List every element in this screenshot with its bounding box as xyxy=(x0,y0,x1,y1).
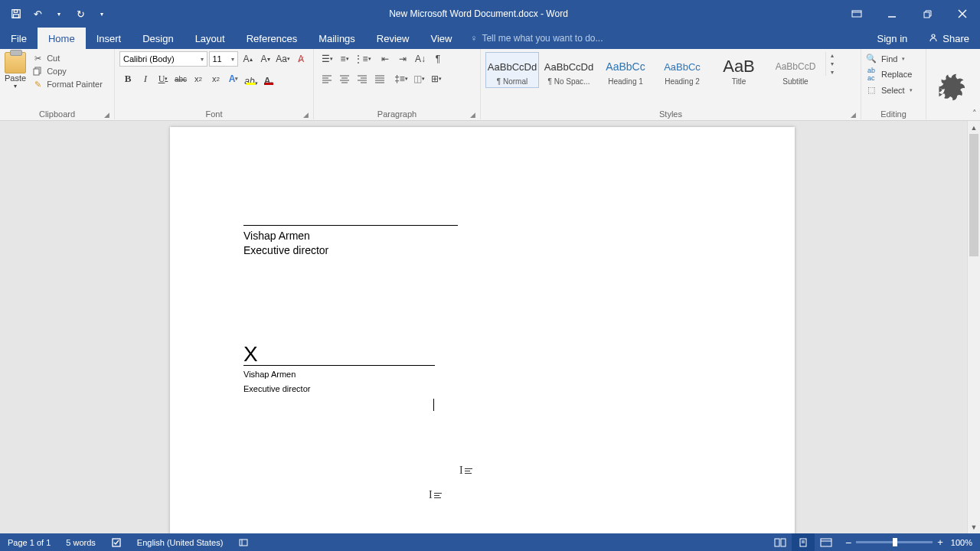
svg-rect-2 xyxy=(14,15,19,18)
cut-label: Cut xyxy=(47,54,60,63)
style-normal[interactable]: AaBbCcDd¶ Normal xyxy=(485,52,539,88)
tab-review[interactable]: Review xyxy=(366,28,420,49)
find-button[interactable]: 🔍Find▾ xyxy=(866,54,905,64)
decrease-indent-button[interactable]: ⇤ xyxy=(377,51,394,67)
line-spacing-button[interactable]: ‡≡▾ xyxy=(393,70,410,87)
tab-view[interactable]: View xyxy=(420,28,462,49)
ribbon-display-icon[interactable] xyxy=(839,0,874,28)
signature-block-2[interactable]: X Vishap Armen Executive director xyxy=(243,342,435,395)
select-button[interactable]: ⬚Select▾ xyxy=(866,85,913,95)
zoom-level[interactable]: 100% xyxy=(951,538,972,547)
svg-rect-36 xyxy=(821,539,831,546)
status-page[interactable]: Page 1 of 1 xyxy=(0,538,58,547)
view-web-layout[interactable] xyxy=(815,533,838,551)
svg-point-9 xyxy=(932,34,935,37)
view-print-layout[interactable] xyxy=(792,533,815,551)
scroll-thumb[interactable] xyxy=(969,134,978,256)
tab-file[interactable]: File xyxy=(0,28,38,49)
clear-formatting-button[interactable]: A̷ xyxy=(292,51,309,67)
share-button[interactable]: Share xyxy=(918,33,980,44)
multilevel-list-button[interactable]: ⋮≡▾ xyxy=(354,51,371,67)
status-language[interactable]: English (United States) xyxy=(129,538,231,547)
status-macro[interactable] xyxy=(230,537,256,548)
zoom-out-button[interactable]: − xyxy=(845,536,851,549)
copy-button[interactable]: Copy xyxy=(32,66,103,77)
window-title: New Microsoft Word Document.docx - Word xyxy=(118,8,839,19)
style-heading1[interactable]: AaBbCcHeading 1 xyxy=(599,52,652,88)
sign-in-button[interactable]: Sign in xyxy=(867,33,919,44)
styles-gallery-more[interactable]: ▴▾▾ xyxy=(825,52,838,76)
tab-layout[interactable]: Layout xyxy=(185,28,236,49)
paragraph-dialog-launcher[interactable]: ◢ xyxy=(470,111,475,119)
tab-references[interactable]: References xyxy=(236,28,308,49)
find-label: Find xyxy=(881,54,897,64)
window-controls xyxy=(839,0,980,28)
tab-design[interactable]: Design xyxy=(132,28,184,49)
align-center-button[interactable] xyxy=(336,70,353,87)
grow-font-button[interactable]: A▴ xyxy=(240,51,256,67)
italic-button[interactable]: I xyxy=(137,70,154,87)
shading-button[interactable]: ◫▾ xyxy=(410,70,427,87)
style-title[interactable]: AaBTitle xyxy=(712,52,766,88)
align-left-button[interactable] xyxy=(318,70,335,87)
view-read-mode[interactable] xyxy=(769,533,792,551)
scroll-up-button[interactable]: ▲ xyxy=(968,121,980,134)
collapse-ribbon-button[interactable]: ˄ xyxy=(972,109,977,119)
format-painter-button[interactable]: ✎Format Painter xyxy=(32,79,103,90)
scroll-down-button[interactable]: ▼ xyxy=(968,520,980,533)
group-font: Calibri (Body)▾ 11▾ A▴ A▾ Aa▾ A̷ B I U▾ … xyxy=(115,49,314,119)
font-color-button[interactable]: A▾ xyxy=(260,70,277,87)
borders-button[interactable]: ⊞▾ xyxy=(428,70,445,87)
status-spellcheck[interactable] xyxy=(103,537,129,548)
svg-rect-32 xyxy=(781,539,786,546)
align-right-button[interactable] xyxy=(354,70,371,87)
page[interactable]: Vishap Armen Executive director X Vishap… xyxy=(170,127,795,533)
tab-mailings[interactable]: Mailings xyxy=(308,28,366,49)
font-dialog-launcher[interactable]: ◢ xyxy=(303,111,309,119)
document-area[interactable]: Vishap Armen Executive director X Vishap… xyxy=(0,121,967,533)
redo-icon[interactable]: ↻ xyxy=(72,5,89,22)
clipboard-dialog-launcher[interactable]: ◢ xyxy=(104,111,109,119)
style-subtitle[interactable]: AaBbCcDSubtitle xyxy=(769,52,822,88)
underline-button[interactable]: U▾ xyxy=(155,70,172,87)
tab-insert[interactable]: Insert xyxy=(86,28,132,49)
styles-dialog-launcher[interactable]: ◢ xyxy=(851,111,856,119)
close-button[interactable] xyxy=(945,0,980,28)
strikethrough-button[interactable]: abc xyxy=(172,70,189,87)
maximize-button[interactable] xyxy=(910,0,945,28)
show-marks-button[interactable]: ¶ xyxy=(430,51,446,67)
sort-button[interactable]: A↓ xyxy=(412,51,429,67)
font-size-combo[interactable]: 11▾ xyxy=(209,51,239,67)
shrink-font-button[interactable]: A▾ xyxy=(257,51,273,67)
replace-button[interactable]: abacReplace xyxy=(866,67,912,82)
zoom-slider[interactable] xyxy=(856,541,933,543)
svg-rect-11 xyxy=(34,69,39,75)
superscript-button[interactable]: x2 xyxy=(207,70,224,87)
minimize-button[interactable] xyxy=(874,0,910,28)
bold-button[interactable]: B xyxy=(119,70,136,87)
highlight-button[interactable]: ab▾ xyxy=(243,70,260,87)
subscript-button[interactable]: x2 xyxy=(190,70,207,87)
bullets-button[interactable]: ☰▾ xyxy=(318,51,335,67)
zoom-in-button[interactable]: + xyxy=(937,536,943,548)
increase-indent-button[interactable]: ⇥ xyxy=(394,51,411,67)
tab-home[interactable]: Home xyxy=(38,28,86,49)
vertical-scrollbar[interactable]: ▲ ▼ xyxy=(967,121,980,533)
undo-icon[interactable]: ↶ xyxy=(29,5,46,22)
font-name-combo[interactable]: Calibri (Body)▾ xyxy=(119,51,207,67)
undo-dropdown-icon[interactable]: ▾ xyxy=(51,5,67,22)
paste-button[interactable]: Paste▾ xyxy=(5,52,26,90)
cut-button[interactable]: ✂Cut xyxy=(32,53,103,64)
status-words[interactable]: 5 words xyxy=(58,538,103,547)
style-heading2[interactable]: AaBbCcHeading 2 xyxy=(655,52,709,88)
ribbon-tabs: File Home Insert Design Layout Reference… xyxy=(0,28,980,49)
style-no-spacing[interactable]: AaBbCcDd¶ No Spac... xyxy=(542,52,596,88)
numbering-button[interactable]: ≡▾ xyxy=(336,51,353,67)
tell-me-search[interactable]: ♀ Tell me what you want to do... xyxy=(462,28,866,49)
save-icon[interactable] xyxy=(8,5,24,22)
justify-button[interactable] xyxy=(371,70,388,87)
share-icon xyxy=(929,33,938,44)
change-case-button[interactable]: Aa▾ xyxy=(275,51,291,67)
text-effects-button[interactable]: A▾ xyxy=(225,70,242,87)
qat-customize-icon[interactable]: ▾ xyxy=(93,5,110,22)
